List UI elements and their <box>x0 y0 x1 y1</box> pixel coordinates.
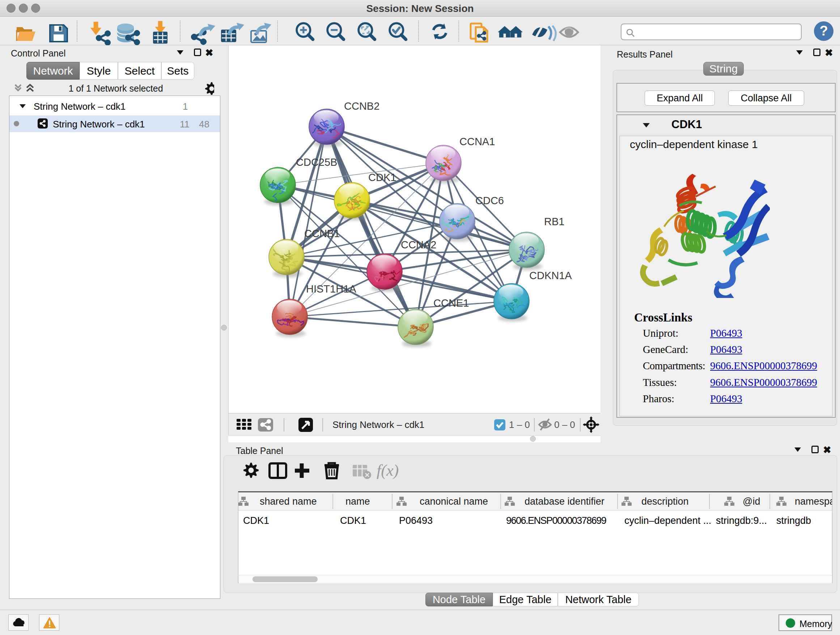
svg-text:0 – 0: 0 – 0 <box>554 419 575 430</box>
svg-text:HIST1H1A: HIST1H1A <box>306 283 356 295</box>
svg-text:RB1: RB1 <box>544 216 564 227</box>
svg-text:1 of 1 Network selected: 1 of 1 Network selected <box>68 83 163 93</box>
svg-text:CCNA2: CCNA2 <box>401 239 436 250</box>
svg-text:database identifier: database identifier <box>524 496 605 507</box>
svg-text:?: ? <box>819 23 828 38</box>
svg-text:CDC25B: CDC25B <box>296 157 337 168</box>
svg-text:description: description <box>641 496 689 507</box>
svg-text:CDK1: CDK1 <box>368 172 396 183</box>
svg-text:shared name: shared name <box>260 496 317 507</box>
svg-text:CCNB2: CCNB2 <box>344 100 379 112</box>
svg-text:CCNA1: CCNA1 <box>459 136 495 147</box>
svg-text:CDKN1A: CDKN1A <box>529 270 572 281</box>
svg-text:namespac: namespac <box>795 496 832 507</box>
svg-text:String Network – cdk1: String Network – cdk1 <box>332 419 424 430</box>
svg-text:f(x): f(x) <box>377 462 399 479</box>
svg-text:canonical name: canonical name <box>420 496 488 507</box>
svg-text:CDC6: CDC6 <box>475 195 504 206</box>
svg-text:1 – 0: 1 – 0 <box>509 419 530 430</box>
svg-text:@id: @id <box>743 496 760 507</box>
svg-text:CCNE1: CCNE1 <box>433 297 469 309</box>
svg-text:name: name <box>346 496 370 507</box>
svg-text:CCNB1: CCNB1 <box>304 228 340 239</box>
